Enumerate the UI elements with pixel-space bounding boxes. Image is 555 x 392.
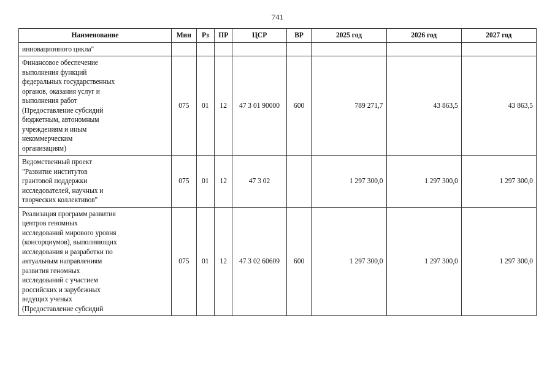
pr-cell: 12 [215, 207, 232, 316]
row-name-cell: инновационного цикла" [19, 42, 172, 56]
col-header-2027: 2027 год [461, 29, 536, 43]
vr-cell [286, 156, 312, 208]
pr-cell: 12 [215, 156, 232, 208]
tsr-cell: 47 3 01 90000 [232, 56, 286, 156]
col-header-tsr: ЦСР [232, 29, 286, 43]
col-header-rz: Рз [196, 29, 214, 43]
y2025-cell: 1 297 300,0 [312, 156, 386, 208]
col-header-pr: ПР [215, 29, 232, 43]
y2026-cell: 1 297 300,0 [386, 156, 461, 208]
table-row: инновационного цикла" [19, 42, 537, 56]
y2025-cell [312, 42, 386, 56]
y2026-cell: 1 297 300,0 [386, 207, 461, 316]
y2027-cell [461, 42, 536, 56]
rz-cell [196, 42, 214, 56]
vr-cell: 600 [286, 207, 312, 316]
col-header-2026: 2026 год [386, 29, 461, 43]
pr-cell: 12 [215, 56, 232, 156]
row-name-cell: Реализация программ развитияцентров гено… [19, 207, 172, 316]
y2027-cell: 1 297 300,0 [461, 207, 536, 316]
rz-cell: 01 [196, 207, 214, 316]
min-cell: 075 [171, 156, 196, 208]
main-table: Наименование Мин Рз ПР ЦСР ВР 2025 год 2… [18, 28, 537, 316]
y2026-cell [386, 42, 461, 56]
tsr-cell [232, 42, 286, 56]
y2027-cell: 1 297 300,0 [461, 156, 536, 208]
y2027-cell: 43 863,5 [461, 56, 536, 156]
tsr-cell: 47 3 02 60609 [232, 207, 286, 316]
pr-cell [215, 42, 232, 56]
rz-cell: 01 [196, 56, 214, 156]
min-cell: 075 [171, 56, 196, 156]
y2025-cell: 1 297 300,0 [312, 207, 386, 316]
vr-cell [286, 42, 312, 56]
row-name-cell: Ведомственный проект"Развитие институтов… [19, 156, 172, 208]
row-name-cell: Финансовое обеспечениевыполнения функций… [19, 56, 172, 156]
y2026-cell: 43 863,5 [386, 56, 461, 156]
tsr-cell: 47 3 02 [232, 156, 286, 208]
min-cell [171, 42, 196, 56]
page-number: 741 [18, 12, 537, 22]
y2025-cell: 789 271,7 [312, 56, 386, 156]
vr-cell: 600 [286, 56, 312, 156]
col-header-vr: ВР [286, 29, 312, 43]
col-header-name: Наименование [19, 29, 172, 43]
col-header-min: Мин [171, 29, 196, 43]
col-header-2025: 2025 год [312, 29, 386, 43]
header-row: Наименование Мин Рз ПР ЦСР ВР 2025 год 2… [19, 29, 537, 43]
min-cell: 075 [171, 207, 196, 316]
rz-cell: 01 [196, 156, 214, 208]
